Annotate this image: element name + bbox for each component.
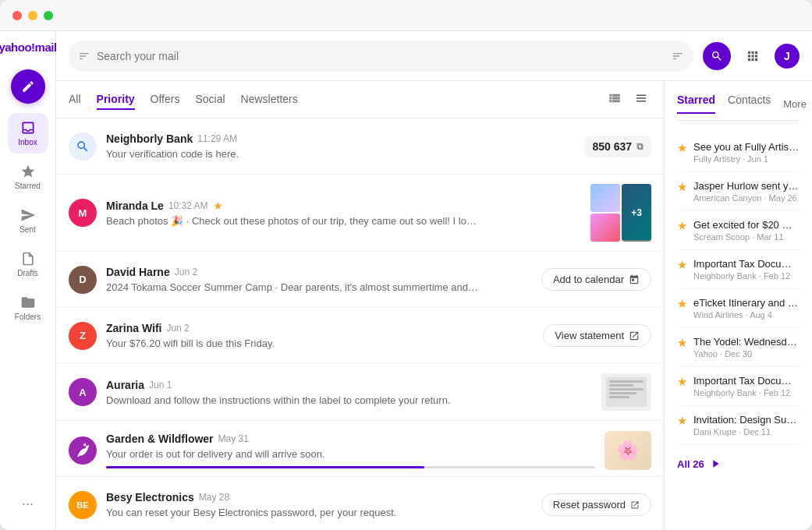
- close-btn[interactable]: [12, 11, 22, 20]
- email-content: Neighborly Bank 11:29 AM Your verificati…: [106, 132, 575, 160]
- user-avatar[interactable]: J: [775, 44, 800, 69]
- sidebar-folders-label: Folders: [15, 313, 41, 321]
- table-row[interactable]: Garden & Wildflower May 31 Your order is…: [56, 421, 664, 477]
- starred-meta: Scream Scoop · Mar 11: [693, 232, 800, 242]
- reset-password-button[interactable]: Reset password: [541, 493, 651, 516]
- table-row[interactable]: BE Besy Electronics May 28 You can reset…: [56, 477, 664, 530]
- search-bar: [69, 41, 693, 72]
- list-item[interactable]: ★ eTicket Itinerary and Receipt for Con.…: [677, 289, 800, 328]
- list-item[interactable]: ★ Important Tax Document Available Neigh…: [677, 367, 800, 406]
- table-row[interactable]: Z Zarina Wifi Jun 2 Your $76.20 wifi bil…: [56, 308, 664, 364]
- maximize-btn[interactable]: [44, 11, 53, 20]
- tab-all[interactable]: All: [69, 90, 81, 110]
- photo-thumbnails: +3: [590, 184, 651, 242]
- starred-item-content: See you at Fully Artistry, Saturday, J..…: [693, 141, 800, 164]
- apps-grid-button[interactable]: [740, 44, 765, 69]
- starred-meta: Neighborly Bank · Feb 12: [693, 271, 800, 281]
- filter-icon: [78, 50, 90, 62]
- search-input[interactable]: [97, 50, 665, 62]
- minimize-btn[interactable]: [28, 11, 37, 20]
- starred-subject: Jasper Hurlow sent you a gift card: [693, 180, 800, 192]
- sidebar-folders[interactable]: Folders: [8, 288, 48, 328]
- panel-tab-contacts[interactable]: Contacts: [728, 94, 771, 114]
- photo-thumb-2: [590, 214, 620, 242]
- table-row[interactable]: Neighborly Bank 11:29 AM Your verificati…: [56, 118, 664, 175]
- star-icon[interactable]: ★: [213, 200, 223, 212]
- photo-thumb-1: [590, 184, 620, 212]
- tab-priority[interactable]: Priority: [97, 90, 135, 110]
- email-time: 10:32 AM: [168, 200, 208, 211]
- email-actions: View statement: [543, 324, 651, 347]
- sidebar-starred[interactable]: Starred: [8, 157, 48, 197]
- avatar: M: [69, 199, 97, 227]
- email-time: Jun 1: [149, 380, 172, 390]
- panel-tab-starred[interactable]: Starred: [677, 94, 715, 114]
- table-row[interactable]: A Auraria Jun 1 Download and follow the …: [56, 364, 664, 421]
- compact-view-button[interactable]: [605, 88, 625, 111]
- list-item[interactable]: ★ Invitation: Design Summit Dani Krupe ·…: [677, 406, 800, 445]
- list-item[interactable]: ★ See you at Fully Artistry, Saturday, J…: [677, 133, 800, 172]
- document-preview: [601, 373, 651, 411]
- main-content: J All Priority Offers Social Newsletters: [56, 31, 812, 530]
- topbar-right: J: [740, 44, 800, 69]
- search-filter-icon: [672, 50, 684, 62]
- email-actions: Reset password: [541, 493, 651, 516]
- all-count-label: All 26: [677, 458, 704, 470]
- starred-item-content: Jasper Hurlow sent you a gift card Ameri…: [693, 180, 800, 203]
- starred-item-content: Important Tax Document Available Neighbo…: [693, 375, 800, 398]
- avatar: Z: [69, 322, 97, 350]
- sidebar-inbox[interactable]: Inbox: [8, 113, 48, 154]
- verification-code-badge: 850 637 ⧉: [584, 136, 651, 157]
- sender-name: David Harne: [106, 266, 170, 278]
- sender-name: Auraria: [106, 379, 144, 391]
- action-label: Reset password: [553, 499, 626, 511]
- list-item[interactable]: ★ Important Tax Document Available Neigh…: [677, 250, 800, 289]
- avatar: [69, 132, 97, 161]
- panel-more-label: More: [783, 98, 807, 110]
- list-item[interactable]: ★ Jasper Hurlow sent you a gift card Ame…: [677, 172, 800, 211]
- tab-newsletters[interactable]: Newsletters: [241, 90, 298, 110]
- right-panel: Starred Contacts More ★ See you at Fully: [665, 81, 812, 530]
- list-view-button[interactable]: [631, 88, 651, 111]
- email-preview: You can reset your Besy Electronics pass…: [106, 507, 480, 518]
- email-content: David Harne Jun 2 2024 Tokama Soccer Sum…: [106, 266, 532, 293]
- copy-icon[interactable]: ⧉: [636, 141, 644, 152]
- avatar: D: [69, 266, 97, 294]
- email-preview: Download and follow the instructions wit…: [106, 394, 480, 406]
- list-item[interactable]: ★ The Yodel: Wednesday, May 8 Yahoo · De…: [677, 328, 800, 367]
- table-row[interactable]: D David Harne Jun 2 2024 Tokama Soccer S…: [56, 252, 664, 308]
- progress-bar-track: [106, 466, 595, 468]
- email-content: Zarina Wifi Jun 2 Your $76.20 wifi bill …: [106, 322, 534, 349]
- email-preview: 2024 Tokama Soccer Summer Camp · Dear pa…: [106, 281, 480, 293]
- panel-more-button[interactable]: More: [783, 98, 812, 110]
- email-time: 11:29 AM: [197, 133, 237, 144]
- starred-subject: See you at Fully Artistry, Saturday, J..…: [693, 141, 800, 153]
- starred-meta: Neighborly Bank · Feb 12: [693, 388, 800, 398]
- list-item[interactable]: ★ Get excited for $20 OFF! Scream Scoop …: [677, 211, 800, 250]
- starred-subject: Important Tax Document Available: [693, 258, 800, 270]
- compose-button[interactable]: [11, 69, 45, 104]
- sidebar-sent[interactable]: Sent: [8, 200, 48, 241]
- view-statement-button[interactable]: View statement: [543, 324, 651, 347]
- email-preview: Your verification code is here.: [106, 148, 480, 160]
- tab-social[interactable]: Social: [195, 90, 225, 110]
- search-button[interactable]: [703, 42, 731, 70]
- email-time: May 31: [218, 433, 249, 444]
- add-to-calendar-button[interactable]: Add to calendar: [541, 268, 651, 291]
- starred-meta: Dani Krupe · Dec 11: [693, 427, 800, 436]
- email-content: Miranda Le 10:32 AM ★ Beach photos 🎉 · C…: [106, 200, 581, 227]
- tab-offers[interactable]: Offers: [151, 90, 180, 110]
- sidebar-drafts[interactable]: Drafts: [8, 244, 48, 284]
- photo-count: +3: [622, 184, 651, 242]
- table-row[interactable]: M Miranda Le 10:32 AM ★ Beach photos 🎉 ·…: [56, 175, 664, 252]
- sidebar-more-button[interactable]: ···: [11, 486, 45, 521]
- email-content: Garden & Wildflower May 31 Your order is…: [106, 433, 595, 468]
- garden-icon: [75, 443, 90, 458]
- email-photos: +3: [590, 184, 651, 242]
- sender-name: Garden & Wildflower: [106, 433, 214, 445]
- starred-subject: Important Tax Document Available: [693, 375, 800, 387]
- starred-item-content: The Yodel: Wednesday, May 8 Yahoo · Dec …: [693, 336, 800, 359]
- sidebar: yahoo! mail Inbox: [0, 31, 56, 530]
- all-starred-link[interactable]: All 26: [677, 454, 800, 473]
- sender-name: Miranda Le: [106, 200, 164, 212]
